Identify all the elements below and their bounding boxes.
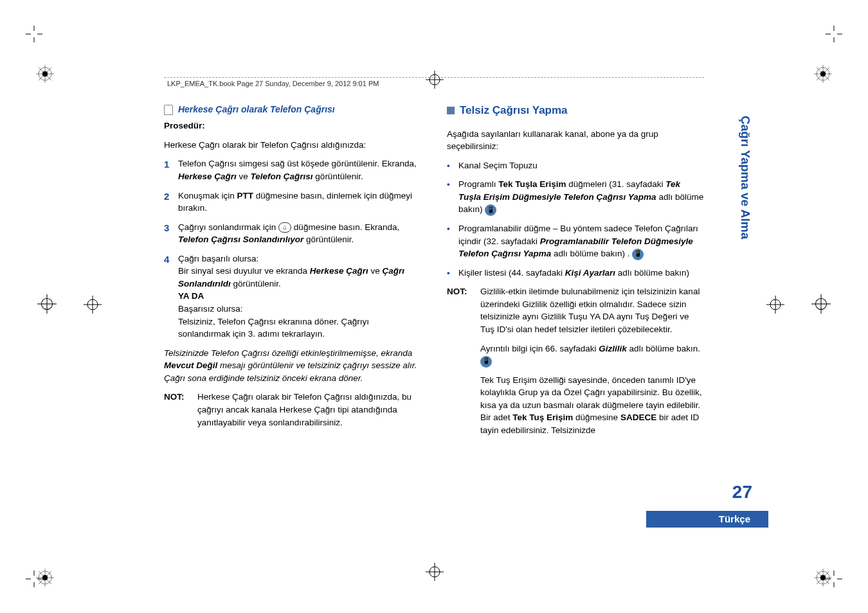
register-target-icon	[426, 563, 444, 581]
left-italic-note: Telsizinizde Telefon Çağrısı özelliği et…	[164, 347, 421, 385]
register-target-icon	[84, 296, 102, 314]
language-bar: Türkçe	[646, 511, 768, 528]
register-burst-icon	[813, 568, 833, 587]
book-icon	[164, 105, 173, 115]
page-header-meta: LKP_EMEA_TK.book Page 27 Sunday, Decembe…	[167, 80, 379, 87]
bullet-2: • Programlı Tek Tuşla Erişim düğmeleri (…	[447, 178, 704, 216]
home-button-icon: ⌂	[278, 222, 291, 233]
feature-badge-icon: 📱	[480, 356, 492, 368]
step-4: 4 Çağrı başarılı olursa: Bir sinyal sesi…	[164, 253, 421, 341]
crop-mark-icon	[26, 26, 42, 42]
register-burst-icon	[813, 64, 833, 84]
procedure-label: Prosedür:	[164, 120, 421, 132]
right-heading: Telsiz Çağrısı Yapma	[447, 103, 704, 119]
step-2: 2 Konuşmak için PTT düğmesine basın, din…	[164, 190, 421, 215]
right-column: Telsiz Çağrısı Yapma Aşağıda sayılanları…	[447, 103, 704, 449]
left-title: Herkese Çağrı olarak Telefon Çağrısı	[178, 104, 335, 114]
crop-mark-icon	[826, 26, 842, 42]
left-column: Herkese Çağrı olarak Telefon Çağrısı Pro…	[164, 103, 421, 449]
left-note: NOT: Herkese Çağrı olarak bir Telefon Ça…	[164, 391, 421, 429]
header-rule	[164, 77, 704, 78]
feature-badge-icon: 📱	[632, 249, 644, 260]
bullet-4: • Kişiler listesi (44. sayfadaki Kişi Ay…	[447, 267, 704, 280]
register-target-icon	[811, 294, 831, 314]
side-tab-label: Çağrı Yapma ve Alma	[736, 116, 752, 283]
step-1: 1 Telefon Çağrısı simgesi sağ üst köşede…	[164, 157, 421, 182]
register-burst-icon	[35, 64, 55, 84]
register-target-icon	[766, 296, 784, 314]
register-target-icon	[37, 294, 57, 314]
bullet-1: •Kanal Seçim Topuzu	[447, 159, 704, 172]
right-note: NOT: Gizlilik-etkin iletimde bulunabilme…	[447, 285, 704, 443]
bullet-3: • Programlanabilir düğme – Bu yöntem sad…	[447, 222, 704, 260]
section-marker-icon	[447, 107, 455, 114]
page-number: 27	[732, 482, 752, 502]
feature-badge-icon: 📱	[485, 204, 496, 216]
right-intro: Aşağıda sayılanları kullanarak kanal, ab…	[447, 128, 704, 153]
register-burst-icon	[35, 568, 55, 587]
step-3: 3 Çağrıyı sonlandırmak için ⌂ düğmesine …	[164, 221, 421, 246]
procedure-intro: Herkese Çağrı olarak bir Telefon Çağrısı…	[164, 139, 421, 152]
